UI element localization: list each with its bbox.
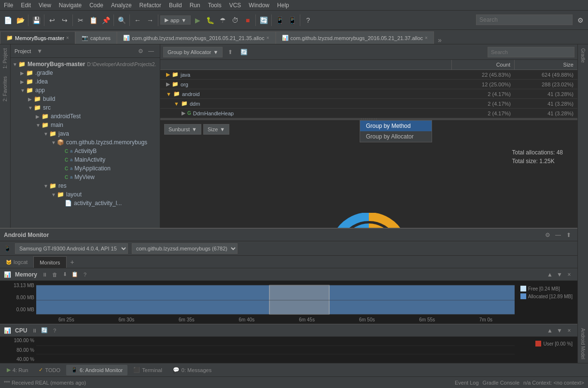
tab-close-alloc1[interactable]: × <box>266 35 269 41</box>
tree-layout[interactable]: ▼ 📁 layout <box>11 190 160 199</box>
group-by-method[interactable]: Group by Method <box>360 121 432 131</box>
avd-btn[interactable]: 📱 <box>286 14 298 26</box>
project-collapse-btn[interactable]: — <box>146 46 156 56</box>
tab-alloc2[interactable]: 📊 com.github.lzyzsd.memorybugs_2016.05.2… <box>276 31 434 44</box>
messages-tab[interactable]: 💬 0: Messages <box>168 365 216 375</box>
sidebar-gradle[interactable]: Gradle <box>579 44 587 67</box>
sidebar-project[interactable]: 1: Project <box>1 44 9 72</box>
settings-btn[interactable]: ⚙ <box>574 14 586 26</box>
terminal-tab[interactable]: ⬛ Terminal <box>128 365 167 375</box>
tree-build[interactable]: ▶ 📁 build <box>11 95 160 103</box>
memory-help-btn[interactable]: ? <box>81 270 89 279</box>
back-btn[interactable]: ← <box>132 14 143 26</box>
project-gear-btn[interactable]: ⚙ <box>136 46 145 56</box>
tree-activityb[interactable]: ▶ C a ActivityB <box>11 147 160 155</box>
new-file-btn[interactable]: 📄 <box>2 14 14 26</box>
redo-btn[interactable]: ↪ <box>59 14 70 26</box>
menu-tools[interactable]: Tools <box>204 1 225 10</box>
cpu-up-btn[interactable]: ▲ <box>546 326 554 335</box>
tree-src[interactable]: ▼ 📁 src <box>11 103 160 112</box>
cut-btn[interactable]: ✂ <box>75 14 86 26</box>
tree-app[interactable]: ▼ 📁 app <box>11 86 160 95</box>
tree-java[interactable]: ▼ 📁 java <box>11 129 160 138</box>
open-btn[interactable]: 📂 <box>14 14 26 26</box>
menu-refactor[interactable]: Refactor <box>136 1 165 10</box>
more-tabs-btn[interactable]: » <box>434 36 446 44</box>
menu-build[interactable]: Build <box>165 1 186 10</box>
memory-alloc-btn[interactable]: 📋 <box>70 270 79 279</box>
alloc-search[interactable] <box>488 47 574 57</box>
menu-edit[interactable]: Edit <box>17 1 35 10</box>
menu-file[interactable]: File <box>0 1 17 10</box>
run-config-dropdown[interactable]: ▶app▼ <box>160 15 191 25</box>
todo-tab[interactable]: ✓ TODO <box>34 365 65 375</box>
global-search[interactable] <box>476 14 573 25</box>
size-dropdown[interactable]: Size ▼ <box>203 124 229 135</box>
forward-btn[interactable]: → <box>144 14 156 26</box>
profile-btn[interactable]: ⏱ <box>229 14 241 26</box>
tree-layout-file[interactable]: ▶ 📄 activity_activity_l... <box>11 199 160 208</box>
stop-btn[interactable]: ■ <box>242 14 253 26</box>
project-dropdown-arrow[interactable]: ▼ <box>37 48 42 55</box>
menu-navigate[interactable]: Navigate <box>55 1 85 10</box>
menu-window[interactable]: Window <box>245 1 273 10</box>
run-tab[interactable]: ▶ 4: Run <box>2 365 33 375</box>
monitor-settings-btn[interactable]: ⚙ <box>543 230 552 240</box>
menu-help[interactable]: Help <box>273 1 293 10</box>
memory-close-btn[interactable]: × <box>565 270 574 279</box>
table-row[interactable]: ▼ 📁 android 2 (4.17%) 41 (3.28%) <box>160 89 577 99</box>
menu-code[interactable]: Code <box>85 1 107 10</box>
save-btn[interactable]: 💾 <box>30 14 42 26</box>
cpu-refresh-btn[interactable]: 🔄 <box>40 326 49 335</box>
tab-project[interactable]: 📁 MemoryBugs-master × <box>0 31 75 44</box>
memory-pause-btn[interactable]: ⏸ <box>40 270 49 279</box>
cpu-pause-btn[interactable]: ⏸ <box>30 326 39 335</box>
search-btn[interactable]: 🔍 <box>116 14 127 26</box>
memory-up-btn[interactable]: ▲ <box>546 270 554 279</box>
cpu-down-btn[interactable]: ▼ <box>555 326 564 335</box>
add-monitor-tab[interactable]: + <box>67 256 78 268</box>
sdk-btn[interactable]: 📱 <box>274 14 285 26</box>
table-row[interactable]: ▶ 📁 java 22 (45.83%) 624 (49.88%) <box>160 70 577 80</box>
event-log[interactable]: Event Log <box>455 380 479 386</box>
menu-run[interactable]: Run <box>186 1 204 10</box>
sidebar-android-model[interactable]: Android Model <box>579 324 587 363</box>
paste-btn[interactable]: 📌 <box>100 14 112 26</box>
monitor-expand-btn[interactable]: ⬆ <box>564 230 574 240</box>
table-row[interactable]: ▶ 📁 org 12 (25.00%) 288 (23.02%) <box>160 80 577 89</box>
tree-res[interactable]: ▼ 📁 res <box>11 181 160 190</box>
tab-alloc1[interactable]: 📊 com.github.lzyzsd.memorybugs_2016.05.2… <box>117 31 275 44</box>
android-monitor-tab[interactable]: 📱 6: Android Monitor <box>66 365 127 375</box>
tree-main[interactable]: ▼ 📁 main <box>11 121 160 129</box>
tree-myapplication[interactable]: ▶ C a MyApplication <box>11 164 160 173</box>
tree-idea[interactable]: ▶ 📁 .idea <box>11 77 160 86</box>
monitors-tab[interactable]: Monitors <box>33 256 66 268</box>
table-row[interactable]: ▼ 📁 ddm 2 (4.17%) 41 (3.28%) <box>160 99 577 109</box>
tab-close-project[interactable]: × <box>66 35 69 41</box>
group-by-dropdown[interactable]: Group by Allocator ▼ <box>163 47 223 57</box>
gradle-sync-btn[interactable]: 🔄 <box>258 14 269 26</box>
sunburst-dropdown[interactable]: Sunburst ▼ <box>164 124 201 135</box>
group-by-allocator[interactable]: Group by Allocator <box>360 131 432 142</box>
coverage-btn[interactable]: ☂ <box>217 14 228 26</box>
memory-dump-btn[interactable]: ⬇ <box>60 270 69 279</box>
menu-vcs[interactable]: VCS <box>225 1 245 10</box>
tab-captures[interactable]: 📷 captures <box>75 31 117 44</box>
process-select[interactable]: com.github.lzyzsd.memorybugs (6782) <box>132 243 238 254</box>
cpu-help-btn[interactable]: ? <box>50 326 59 335</box>
alloc-refresh-btn[interactable]: 🔄 <box>238 46 250 58</box>
device-select[interactable]: Samsung GT-I9300 Android 4.0.4, API 15 <box>15 243 128 254</box>
memory-initgc-btn[interactable]: 🗑 <box>50 270 59 279</box>
undo-btn[interactable]: ↩ <box>46 14 58 26</box>
help-btn[interactable]: ? <box>302 14 314 26</box>
menu-view[interactable]: View <box>35 1 55 10</box>
alloc-export-btn[interactable]: ⬆ <box>224 46 236 58</box>
tree-myview[interactable]: ▶ C a MyView <box>11 173 160 181</box>
cpu-close-btn[interactable]: × <box>565 326 574 335</box>
tree-mainactivity[interactable]: ▶ C a MainActivity <box>11 155 160 164</box>
tree-androidtest[interactable]: ▶ 📁 androidTest <box>11 112 160 121</box>
tab-close-alloc2[interactable]: × <box>425 35 428 41</box>
copy-btn[interactable]: 📋 <box>87 14 99 26</box>
tree-gradle[interactable]: ▶ 📁 .gradle <box>11 69 160 77</box>
monitor-minimize-btn[interactable]: — <box>553 230 563 240</box>
